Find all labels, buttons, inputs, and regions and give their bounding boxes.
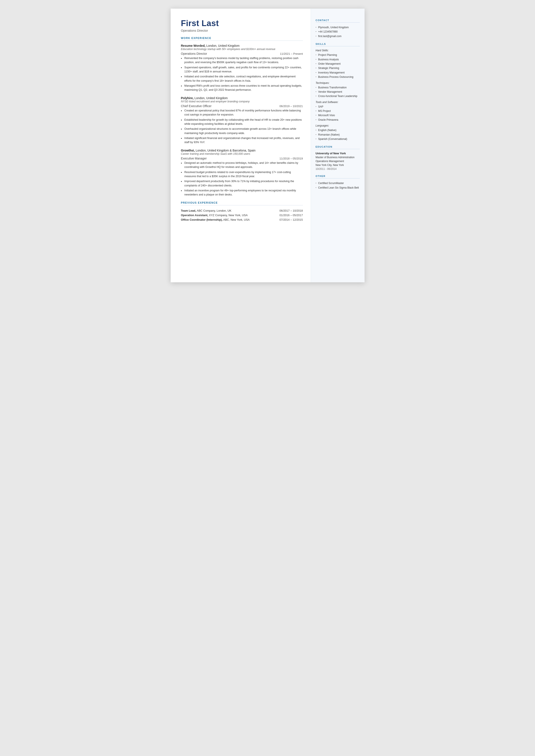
bullet-3-3: Improved department productivity from 30…: [184, 179, 303, 188]
other-item-2: Certified Lean Six Sigma Black Belt: [316, 185, 360, 190]
bullet-1-3: Initiated and coordinated the site selec…: [184, 74, 303, 83]
hard-skill-6: Business Process Outsourcing: [316, 75, 360, 79]
employer-location-3: London, United Kingdom & Barcelona, Spai…: [195, 149, 256, 152]
role-dates-1: 11/2021 – Present: [280, 52, 303, 55]
hard-skill-4: Strategic Planning: [316, 66, 360, 70]
name-block: First Last Operations Director: [181, 19, 303, 32]
technique-3: Cross-functional Team Leadership: [316, 94, 360, 98]
role-title-1: Operations Director: [181, 52, 207, 55]
edu-school-1: University of New York: [316, 152, 360, 155]
other-list: Certified ScrumMaster Certified Lean Six…: [316, 181, 360, 190]
bullet-2-1: Created an operational policy that boost…: [184, 109, 303, 117]
prev-exp-role-1: Team Lead, ABC Company, London, UK: [181, 209, 260, 213]
bullet-3-2: Resolved budget problems related to over…: [184, 170, 303, 179]
tools-label: Tools and Software:: [316, 101, 360, 104]
employer-block-1: Resume Worded, London, United Kingdom Ed…: [181, 44, 303, 92]
work-experience-header: WORK EXPERIENCE: [181, 37, 303, 41]
tools-list: SAP MS Project Microsoft Visio Oracle Pr…: [316, 104, 360, 122]
role-dates-2: 06/2019 – 10/2021: [279, 104, 303, 108]
employer-block-3: Growthsi, London, United Kingdom & Barce…: [181, 149, 303, 197]
bullet-1-2: Supervised operations, staff growth, sal…: [184, 66, 303, 74]
prev-exp-bold-2: Operation Assistant,: [181, 213, 208, 217]
techniques-label: Techniques:: [316, 81, 360, 84]
prev-exp-row-3: Office Coordinator (Internship), ABC, Ne…: [181, 217, 303, 222]
previous-experience-table: Team Lead, ABC Company, London, UK 06/20…: [181, 209, 303, 222]
bullets-2: Created an operational policy that boost…: [184, 109, 303, 145]
prev-exp-dates-1: 06/2017 – 10/2018: [260, 209, 303, 213]
employer-name-row-3: Growthsi, London, United Kingdom & Barce…: [181, 149, 303, 153]
role-dates-3: 11/2018 – 05/2019: [279, 157, 303, 160]
prev-exp-row-2: Operation Assistant, XYZ Company, New Yo…: [181, 213, 303, 217]
edu-dates-1: 10/2011 - 06/2014: [316, 167, 360, 170]
prev-exp-role-3: Office Coordinator (Internship), ABC, Ne…: [181, 217, 260, 222]
employer-block-2: Polyhire, London, United Kingdom NYSE-li…: [181, 96, 303, 145]
bullet-2-2: Established leadership for growth by col…: [184, 118, 303, 126]
edu-field-1: Operations Management: [316, 159, 360, 163]
other-item-1: Certified ScrumMaster: [316, 181, 360, 185]
prev-exp-bold-1: Team Lead,: [181, 209, 196, 212]
lang-1: English (Native): [316, 128, 360, 132]
prev-exp-bold-3: Office Coordinator (Internship),: [181, 218, 223, 221]
tool-1: SAP: [316, 104, 360, 109]
bullet-1-1: Reinvented the company's business model …: [184, 56, 303, 65]
candidate-name: First Last: [181, 19, 303, 28]
contact-header: CONTACT: [316, 19, 360, 23]
edu-degree-1: Master of Business Administration: [316, 155, 360, 159]
technique-2: Vendor Management: [316, 90, 360, 94]
other-header: OTHER: [316, 175, 360, 179]
contact-item-1: Plymouth, United Kingdom: [316, 25, 360, 30]
bullet-3-4: Initiated an incentive program for 49+ t…: [184, 188, 303, 197]
employer-name-3: Growthsi,: [181, 149, 195, 152]
employer-location-2: London, United Kingdom: [194, 96, 228, 100]
education-header: EDUCATION: [316, 146, 360, 149]
employer-desc-2: NYSE-listed recruitment and employer bra…: [181, 100, 303, 103]
bullet-2-4: Initiated significant financial and orga…: [184, 136, 303, 145]
bullet-3-1: Designed an automatic method to process …: [184, 161, 303, 169]
employer-desc-1: Education technology startup with 50+ em…: [181, 48, 303, 51]
employer-desc-3: Career training and membership SaaS with…: [181, 153, 303, 155]
prev-exp-role-2: Operation Assistant, XYZ Company, New Yo…: [181, 213, 260, 217]
technique-1: Business Transformation: [316, 85, 360, 90]
tool-3: Microsoft Visio: [316, 113, 360, 118]
prev-exp-rest-3: ABC, New York, USA: [223, 218, 250, 221]
employer-name-2: Polyhire,: [181, 96, 194, 100]
edu-degree-text: Master of Business Administration: [316, 156, 355, 159]
employer-name-row-2: Polyhire, London, United Kingdom: [181, 96, 303, 100]
role-title-2: Chief Executive Officer: [181, 104, 211, 108]
languages-label: Languages:: [316, 124, 360, 127]
lang-2: Romanian (Native): [316, 132, 360, 137]
previous-experience-header: PREVIOUS EXPERIENCE: [181, 201, 303, 205]
skills-header: SKILLS: [316, 43, 360, 46]
techniques-list: Business Transformation Vendor Managemen…: [316, 85, 360, 98]
contact-item-2: +44 1234567890: [316, 30, 360, 34]
left-column: First Last Operations Director WORK EXPE…: [171, 9, 311, 282]
prev-exp-dates-2: 01/2016 – 05/2017: [260, 213, 303, 217]
bullet-1-4: Managed RW's profit and loss centers acr…: [184, 84, 303, 92]
tool-2: MS Project: [316, 109, 360, 113]
right-column: CONTACT Plymouth, United Kingdom +44 123…: [311, 9, 365, 282]
hard-skill-2: Business Analysis: [316, 57, 360, 62]
role-row-1: Operations Director 11/2021 – Present: [181, 52, 303, 55]
hard-skills-label: Hard Skills:: [316, 49, 360, 52]
tool-4: Oracle Primavera: [316, 118, 360, 122]
role-title-3: Executive Manager: [181, 157, 207, 160]
lang-3: Spanish (Conversational): [316, 137, 360, 141]
bullet-2-3: Overhauled organizational structures to …: [184, 127, 303, 135]
employer-name-1: Resume Worded,: [181, 44, 206, 47]
contact-list: Plymouth, United Kingdom +44 1234567890 …: [316, 25, 360, 38]
languages-list: English (Native) Romanian (Native) Spani…: [316, 128, 360, 141]
role-row-2: Chief Executive Officer 06/2019 – 10/202…: [181, 104, 303, 108]
edu-location-1: New York City, New York: [316, 163, 360, 167]
prev-exp-rest-2: XYZ Company, New York, USA: [208, 213, 248, 217]
hard-skills-list: Project Planning Business Analysis Order…: [316, 53, 360, 79]
contact-item-3: first.last@gmail.com: [316, 34, 360, 38]
prev-exp-row-1: Team Lead, ABC Company, London, UK 06/20…: [181, 209, 303, 213]
candidate-title: Operations Director: [181, 29, 303, 32]
hard-skill-3: Order Management: [316, 62, 360, 66]
bullets-3: Designed an automatic method to process …: [184, 161, 303, 197]
bullets-1: Reinvented the company's business model …: [184, 56, 303, 92]
resume-paper: First Last Operations Director WORK EXPE…: [171, 9, 365, 282]
prev-exp-dates-3: 07/2014 – 12/2015: [260, 217, 303, 222]
employer-name-row-1: Resume Worded, London, United Kingdom: [181, 44, 303, 48]
employer-location-1: London, United Kingdom: [206, 44, 239, 47]
